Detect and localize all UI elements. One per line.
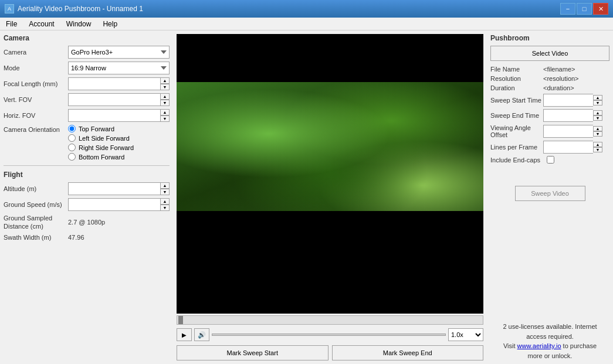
sweep-start-up[interactable]: ▲ [593,95,602,100]
sweep-start-row: Sweep Start Time 00:00:00.0 ▲ ▼ [490,94,609,107]
ground-speed-spin-buttons: ▲ ▼ [160,198,170,211]
sweep-end-up[interactable]: ▲ [593,110,602,115]
sweep-end-spin: 00:00:00.0 ▲ ▼ [543,109,602,122]
close-button[interactable]: ✕ [593,3,608,15]
altitude-spin-buttons: ▲ ▼ [160,182,170,195]
sweep-start-down[interactable]: ▼ [593,100,602,106]
gsd-value: 2.7 @ 1080p [68,219,105,226]
camera-select[interactable]: GoPro Hero3+ GoPro Hero4 GoPro Hero5 [68,46,170,59]
menubar: File Account Window Help [0,18,613,30]
horiz-fov-up[interactable]: ▲ [160,109,170,115]
right-panel: Pushbroom Select Video File Name <filena… [487,30,613,364]
ground-speed-spin: 5,00 ▲ ▼ [68,198,170,211]
mark-sweep-end-button[interactable]: Mark Sweep End [332,345,484,360]
horiz-fov-input[interactable]: 64,40 [68,109,160,122]
minimize-button[interactable]: − [560,3,575,15]
license-link[interactable]: www.aeriality.io [517,342,561,349]
scrubber-handle[interactable] [178,316,183,324]
viewing-angle-down[interactable]: ▼ [593,131,602,137]
vert-fov-input[interactable]: 37,20 [68,93,160,106]
vert-fov-spin: 37,20 ▲ ▼ [68,93,170,106]
horiz-fov-label: Horiz. FOV [4,112,68,119]
orientation-options: Top Forward Left Side Forward Right Side… [68,125,134,161]
orient-bottom-forward-radio[interactable] [68,153,76,161]
lines-per-frame-spin: 3,00 ▲ ▼ [543,141,602,154]
menu-file[interactable]: File [0,18,23,30]
lines-per-frame-up[interactable]: ▲ [593,142,602,147]
focal-length-label: Focal Length (mm) [4,80,68,87]
lines-per-frame-label: Lines per Frame [490,144,543,151]
seek-bar[interactable] [212,334,446,336]
video-frame [177,82,483,211]
lines-per-frame-down[interactable]: ▼ [593,147,602,152]
orient-top-forward-radio[interactable] [68,125,76,132]
end-caps-label: Include End-caps [490,157,543,164]
flight-section-header: Flight [4,171,170,179]
main-content: Camera Camera GoPro Hero3+ GoPro Hero4 G… [0,30,613,364]
vert-fov-up[interactable]: ▲ [160,93,170,100]
menu-window[interactable]: Window [60,18,97,30]
video-black-top [177,34,483,82]
menu-help[interactable]: Help [97,18,123,30]
divider-1 [4,165,170,166]
mode-select[interactable]: 16:9 Narrow 16:9 Wide 4:3 Narrow [68,62,170,74]
orient-right-side-forward-radio[interactable] [68,144,76,151]
orient-top-forward: Top Forward [68,125,134,132]
ground-speed-input[interactable]: 5,00 [68,198,160,211]
license-line-3: Visit www.aeriality.io to purchase [490,341,609,351]
vert-fov-label: Vert. FOV [4,96,68,103]
lines-per-frame-input[interactable]: 3,00 [543,141,593,154]
camera-field: Camera GoPro Hero3+ GoPro Hero4 GoPro He… [4,46,170,59]
orient-right-side-forward-label[interactable]: Right Side Forward [79,144,134,151]
select-video-button[interactable]: Select Video [490,46,609,61]
play-button[interactable]: ▶ [177,328,192,341]
sweep-end-down[interactable]: ▼ [593,115,602,121]
altitude-up[interactable]: ▲ [160,182,170,189]
ground-speed-up[interactable]: ▲ [160,198,170,205]
orient-left-side-forward: Left Side Forward [68,134,134,142]
vert-fov-down[interactable]: ▼ [160,100,170,106]
focal-length-input[interactable]: 0,00 [68,77,160,90]
license-text-3: Visit [503,342,517,349]
orient-bottom-forward-label[interactable]: Bottom Forward [79,154,124,161]
mark-sweep-start-button[interactable]: Mark Sweep Start [177,345,328,360]
focal-length-spin-buttons: ▲ ▼ [160,77,170,90]
sweep-start-label: Sweep Start Time [490,97,543,104]
end-caps-row: Include End-caps [490,156,609,164]
lines-per-frame-row: Lines per Frame 3,00 ▲ ▼ [490,141,609,154]
titlebar: A Aeriality Video Pushbroom - Unnamed 1 … [0,0,613,18]
vert-fov-field: Vert. FOV 37,20 ▲ ▼ [4,93,170,106]
end-caps-checkbox[interactable] [547,156,554,164]
altitude-input[interactable]: 45,00 [68,182,160,195]
gsd-label: Ground SampledDistance (cm) [4,214,68,231]
vert-fov-spin-buttons: ▲ ▼ [160,93,170,106]
sweep-start-input[interactable]: 00:00:00.0 [543,94,593,107]
sweep-video-button[interactable]: Sweep Video [515,186,585,201]
focal-length-up[interactable]: ▲ [160,77,170,84]
license-line-1: 2 use-licenses available. Internet [490,322,609,332]
horiz-fov-field: Horiz. FOV 64,40 ▲ ▼ [4,109,170,122]
altitude-spin: 45,00 ▲ ▼ [68,182,170,195]
viewing-angle-input[interactable]: 0,00 [543,125,593,138]
orient-left-side-forward-radio[interactable] [68,134,76,142]
viewing-angle-up[interactable]: ▲ [593,126,602,131]
orient-top-forward-label[interactable]: Top Forward [79,125,114,132]
video-controls-bar: ▶ 🔊 0.5x 1.0x 1.5x 2.0x [177,326,483,343]
focal-length-down[interactable]: ▼ [160,84,170,90]
orient-bottom-forward: Bottom Forward [68,153,134,161]
lines-per-frame-spin-buttons: ▲ ▼ [593,142,602,152]
camera-section-header: Camera [4,34,170,42]
maximize-button[interactable]: □ [577,3,592,15]
center-panel: ▶ 🔊 0.5x 1.0x 1.5x 2.0x Mark Sweep Start… [173,30,487,364]
horiz-fov-down[interactable]: ▼ [160,115,170,122]
speed-select[interactable]: 0.5x 1.0x 1.5x 2.0x [448,328,483,341]
app-icon-text: A [8,6,11,12]
sweep-end-input[interactable]: 00:00:00.0 [543,109,593,122]
ground-speed-down[interactable]: ▼ [160,205,170,211]
menu-account[interactable]: Account [23,18,60,30]
video-scrubber[interactable] [177,315,483,325]
resolution-label: Resolution [490,75,543,82]
orient-left-side-forward-label[interactable]: Left Side Forward [79,135,130,142]
altitude-down[interactable]: ▼ [160,189,170,195]
volume-button[interactable]: 🔊 [194,328,209,341]
